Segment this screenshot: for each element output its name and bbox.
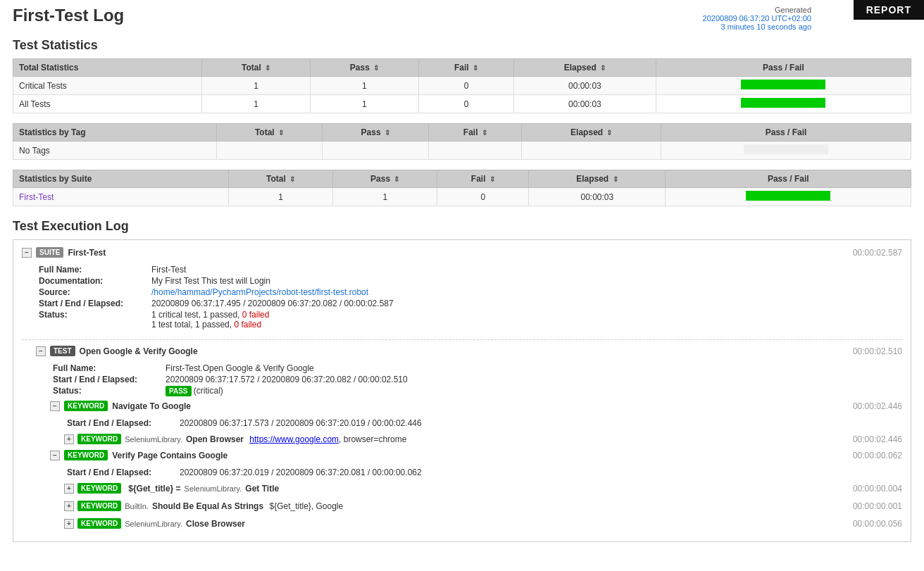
- test-badge: TEST: [50, 346, 75, 356]
- suite-row: − SUITE First-Test 00:00:02.587: [22, 247, 902, 258]
- suite-col-elapsed[interactable]: Elapsed ⇕: [529, 170, 666, 188]
- kw1-sub1-name: Open Browser: [186, 434, 244, 444]
- kw2-sub2-row: + KEYWORD BuiltIn.Should Be Equal As Str…: [64, 499, 902, 513]
- test-statistics-heading: Test Statistics: [13, 38, 911, 53]
- timing-label: Start / End / Elapsed:: [39, 299, 151, 308]
- row-total: [216, 142, 322, 160]
- execution-log-heading: Test Execution Log: [13, 219, 911, 234]
- status-line1: 1 critical test, 1 passed, 0 failed: [151, 310, 269, 320]
- test-name: Open Google & Verify Google: [80, 346, 198, 356]
- kw2-sub3-badge: KEYWORD: [77, 518, 121, 529]
- tag-statistics-table: Statistics by Tag Total ⇕ Pass ⇕ Fail ⇕ …: [13, 123, 911, 160]
- kw2-details: Start / End / Elapsed: 20200809 06:37:20…: [50, 465, 902, 482]
- timestamp: 20200809 06:37:20 UTC+02:00: [703, 14, 811, 23]
- pass-fail-bar: [741, 80, 825, 89]
- status-line2: 1 test total, 1 passed, 0 failed: [151, 320, 261, 330]
- kw1-details: Start / End / Elapsed: 20200809 06:37:17…: [50, 415, 902, 432]
- kw2-name: Verify Page Contains Google: [112, 451, 227, 460]
- test-full-name-label: Full Name:: [53, 363, 166, 373]
- generated-info: Generated 20200809 06:37:20 UTC+02:00 3 …: [703, 6, 811, 31]
- kw2-badge: KEYWORD: [64, 450, 108, 460]
- kw2-sub1-row: + KEYWORD ${Get_title} = SeleniumLibrary…: [64, 482, 902, 495]
- kw1-sub1-lib: SeleniumLibrary.: [125, 435, 182, 444]
- kw2-sub1-badge: KEYWORD: [77, 483, 121, 494]
- col-fail[interactable]: Fail ⇕: [419, 59, 514, 77]
- row-name: No Tags: [13, 142, 217, 160]
- col-passfail: Pass / Fail: [656, 59, 911, 77]
- kw2-sub1-elapsed: 00:00:00.004: [853, 484, 902, 494]
- row-passfail: [666, 188, 911, 206]
- kw2-sub2-section: + KEYWORD BuiltIn.Should Be Equal As Str…: [50, 499, 902, 513]
- kw1-toggle[interactable]: −: [50, 401, 60, 411]
- kw2-sub3-name: Close Browser: [186, 519, 245, 529]
- table-row: No Tags: [13, 142, 911, 160]
- table-row: First-Test 1 1 0 00:00:03: [13, 188, 911, 206]
- kw2-sub2-toggle[interactable]: +: [64, 501, 74, 511]
- suite-col-total[interactable]: Total ⇕: [229, 170, 333, 188]
- row-fail: 0: [419, 77, 514, 95]
- tag-col-passfail: Pass / Fail: [661, 124, 911, 142]
- kw2-sub3-elapsed: 00:00:00.056: [853, 519, 902, 529]
- row-name: All Tests: [13, 95, 202, 113]
- kw1-sub1-toggle[interactable]: +: [64, 434, 74, 444]
- row-pass: 1: [333, 188, 437, 206]
- source-link[interactable]: /home/hammad/PycharmProjects/robot-test/…: [151, 287, 368, 297]
- row-total: 1: [229, 188, 333, 206]
- tag-col-elapsed[interactable]: Elapsed ⇕: [522, 124, 661, 142]
- suite-details: Full Name: First-Test Documentation: My …: [22, 262, 902, 334]
- col-total[interactable]: Total ⇕: [202, 59, 311, 77]
- pass-fail-bar: [746, 191, 830, 201]
- col-elapsed[interactable]: Elapsed ⇕: [513, 59, 656, 77]
- test-timing-label: Start / End / Elapsed:: [53, 375, 166, 384]
- kw1-row: − KEYWORD Navigate To Google 00:00:02.44…: [50, 401, 902, 411]
- test-timing-value: 20200809 06:37:17.572 / 20200809 06:37:2…: [166, 375, 408, 384]
- suite-name: First-Test: [68, 248, 106, 258]
- kw2-section: − KEYWORD Verify Page Contains Google 00…: [36, 450, 902, 530]
- suite-stats-header: Statistics by Suite: [13, 170, 229, 188]
- kw2-toggle[interactable]: −: [50, 451, 60, 460]
- row-pass: [323, 142, 429, 160]
- pass-fail-bar: [741, 98, 825, 108]
- suite-name-link[interactable]: First-Test: [19, 192, 54, 202]
- kw2-sub3-toggle[interactable]: +: [64, 519, 74, 529]
- total-statistics-table: Total Statistics Total ⇕ Pass ⇕ Fail ⇕ E…: [13, 58, 911, 113]
- suite-badge: SUITE: [36, 247, 63, 258]
- kw2-elapsed: 00:00:00.062: [853, 451, 902, 460]
- test-details: Full Name: First-Test.Open Google & Veri…: [36, 360, 902, 401]
- url-link[interactable]: https://www.google.com: [249, 434, 339, 444]
- row-total: 1: [202, 77, 311, 95]
- tag-col-fail[interactable]: Fail ⇕: [429, 124, 522, 142]
- kw1-section: − KEYWORD Navigate To Google 00:00:02.44…: [36, 401, 902, 446]
- kw2-sub1-toggle[interactable]: +: [64, 484, 74, 494]
- suite-col-passfail: Pass / Fail: [666, 170, 911, 188]
- col-pass[interactable]: Pass ⇕: [310, 59, 418, 77]
- suite-col-pass[interactable]: Pass ⇕: [333, 170, 437, 188]
- suite-elapsed: 00:00:02.587: [853, 248, 902, 258]
- row-total: 1: [202, 95, 311, 113]
- doc-label: Documentation:: [39, 276, 151, 286]
- kw1-sub1-elapsed: 00:00:02.446: [853, 434, 902, 444]
- kw2-sub2-lib: BuiltIn.: [125, 502, 149, 510]
- kw2-sub2-elapsed: 00:00:00.001: [853, 501, 902, 511]
- row-passfail: [656, 95, 911, 113]
- suite-col-fail[interactable]: Fail ⇕: [437, 170, 529, 188]
- test-status-value: PASS (critical): [166, 386, 223, 396]
- status-label: Status:: [39, 310, 151, 330]
- test-toggle[interactable]: −: [36, 346, 46, 356]
- test-status-note: (critical): [194, 386, 223, 396]
- kw2-row: − KEYWORD Verify Page Contains Google 00…: [50, 450, 902, 460]
- kw2-timing-label: Start / End / Elapsed:: [67, 468, 180, 477]
- suite-toggle[interactable]: −: [22, 248, 32, 258]
- kw1-badge: KEYWORD: [64, 401, 108, 411]
- kw2-sub3-section: + KEYWORD SeleniumLibrary.Close Browser …: [50, 517, 902, 530]
- tag-col-pass[interactable]: Pass ⇕: [323, 124, 429, 142]
- test-row: − TEST Open Google & Verify Google 00:00…: [36, 346, 902, 356]
- row-pass: 1: [310, 95, 418, 113]
- table-row: Critical Tests 1 1 0 00:00:03: [13, 77, 911, 95]
- execution-log: − SUITE First-Test 00:00:02.587 Full Nam…: [13, 239, 911, 542]
- tag-stats-header: Statistics by Tag: [13, 124, 217, 142]
- kw1-timing-value: 20200809 06:37:17.573 / 20200809 06:37:2…: [180, 418, 422, 428]
- source-label: Source:: [39, 287, 151, 297]
- kw2-sub3-row: + KEYWORD SeleniumLibrary.Close Browser …: [64, 517, 902, 530]
- tag-col-total[interactable]: Total ⇕: [216, 124, 322, 142]
